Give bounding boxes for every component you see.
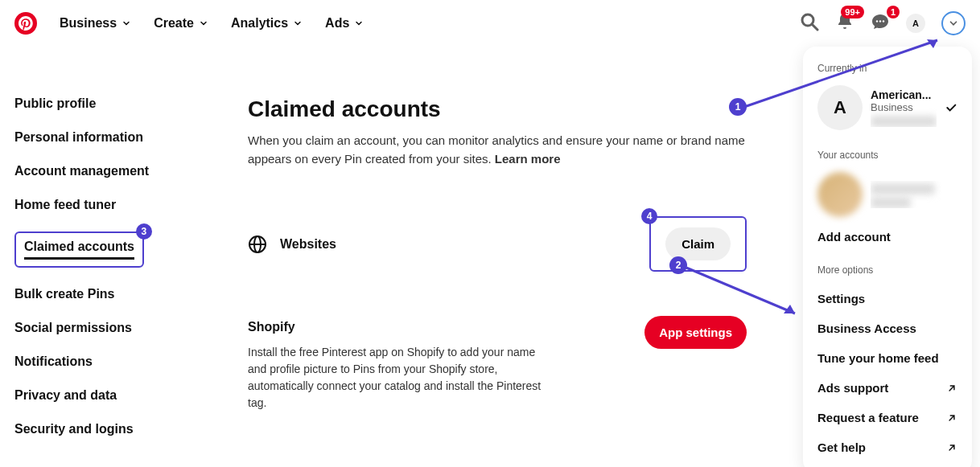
account-name: American... xyxy=(871,88,937,101)
messages-icon[interactable]: 1 xyxy=(871,12,890,35)
chevron-down-icon xyxy=(948,18,959,29)
other-account-blurred-2 xyxy=(871,197,911,208)
annotation-box-3: Claimed accounts xyxy=(14,231,144,268)
sidebar-item-personal-info[interactable]: Personal information xyxy=(14,130,216,145)
sidebar-item-notifications[interactable]: Notifications xyxy=(14,354,216,369)
search-icon[interactable] xyxy=(800,12,819,35)
sidebar-item-claimed-accounts[interactable]: Claimed accounts xyxy=(24,240,134,260)
avatar-letter: A xyxy=(912,18,919,28)
sidebar-item-account-management[interactable]: Account management xyxy=(14,164,216,178)
sidebar-item-security-logins[interactable]: Security and logins xyxy=(14,422,216,436)
chevron-down-icon xyxy=(293,18,303,28)
bell-icon[interactable]: 99+ xyxy=(835,12,854,35)
account-dropdown-panel: Currently in A American... Business Your… xyxy=(803,47,972,467)
sidebar-item-social-permissions[interactable]: Social permissions xyxy=(14,321,216,335)
account-avatar: A xyxy=(817,85,863,130)
nav-analytics[interactable]: Analytics xyxy=(231,16,303,31)
nav-label: Analytics xyxy=(231,16,288,31)
panel-option-get-help[interactable]: Get help xyxy=(809,432,966,462)
page-title: Claimed accounts xyxy=(248,96,747,122)
shopify-heading: Shopify xyxy=(248,320,554,334)
sidebar-item-home-feed-tuner[interactable]: Home feed tuner xyxy=(14,198,216,212)
svg-point-3 xyxy=(879,20,881,22)
add-account-button[interactable]: Add account xyxy=(809,222,966,252)
panel-option-business-access[interactable]: Business Access xyxy=(809,313,966,343)
top-header: Business Create Analytics Ads 99+ 1 A xyxy=(0,0,980,48)
avatar[interactable]: A xyxy=(906,14,925,33)
chevron-down-icon xyxy=(199,18,208,28)
panel-option-tune-feed[interactable]: Tune your home feed xyxy=(809,343,966,373)
notif-badge: 99+ xyxy=(841,6,864,18)
annotation-number-3: 3 xyxy=(136,223,152,240)
sidebar-item-public-profile[interactable]: Public profile xyxy=(14,96,216,111)
annotation-number-4: 4 xyxy=(641,208,657,224)
globe-icon xyxy=(248,235,267,254)
svg-line-1 xyxy=(812,24,817,30)
app-settings-button[interactable]: App settings xyxy=(644,316,747,349)
websites-label: Websites xyxy=(280,237,336,252)
currently-in-label: Currently in xyxy=(809,58,966,82)
nav-create[interactable]: Create xyxy=(154,16,208,31)
your-accounts-label: Your accounts xyxy=(809,145,966,169)
check-icon xyxy=(945,101,957,114)
annotation-number-1: 1 xyxy=(729,98,747,116)
settings-sidebar: Public profile Personal information Acco… xyxy=(14,96,216,436)
pinterest-logo-icon[interactable] xyxy=(14,12,37,35)
main-content: Claimed accounts When you claim an accou… xyxy=(216,96,779,436)
current-account-row[interactable]: A American... Business xyxy=(809,82,966,135)
nav-business[interactable]: Business xyxy=(60,16,131,31)
claim-button[interactable]: Claim xyxy=(665,227,731,260)
other-account-blurred xyxy=(871,183,935,195)
header-right: 99+ 1 A xyxy=(800,11,966,35)
msg-badge: 1 xyxy=(887,6,900,18)
account-email-blurred xyxy=(871,116,937,127)
annotation-number-2: 2 xyxy=(669,256,687,274)
external-link-icon xyxy=(946,442,957,453)
other-account-avatar xyxy=(817,172,863,217)
sidebar-item-bulk-create[interactable]: Bulk create Pins xyxy=(14,287,216,301)
learn-more-link[interactable]: Learn more xyxy=(495,152,561,166)
shopify-description: Install the free Pinterest app on Shopif… xyxy=(248,344,554,412)
nav-label: Business xyxy=(60,16,117,31)
external-link-icon xyxy=(946,412,957,424)
external-link-icon xyxy=(946,383,957,394)
panel-option-ads-support[interactable]: Ads support xyxy=(809,373,966,403)
account-menu-button[interactable] xyxy=(941,11,966,35)
chevron-down-icon xyxy=(121,18,131,28)
annotation-box-4: Claim xyxy=(649,216,747,272)
panel-option-request-feature[interactable]: Request a feature xyxy=(809,403,966,432)
nav-label: Create xyxy=(154,16,194,31)
svg-point-4 xyxy=(883,20,884,22)
svg-point-2 xyxy=(876,20,878,22)
nav-label: Ads xyxy=(325,16,349,31)
page-description: When you claim an account, you can monit… xyxy=(248,132,747,168)
other-account-row[interactable] xyxy=(809,169,966,222)
chevron-down-icon xyxy=(354,18,364,28)
panel-option-settings[interactable]: Settings xyxy=(809,284,966,313)
more-options-label: More options xyxy=(809,260,966,284)
sidebar-item-privacy-data[interactable]: Privacy and data xyxy=(14,388,216,403)
account-type: Business xyxy=(871,101,937,113)
nav-ads[interactable]: Ads xyxy=(325,16,364,31)
